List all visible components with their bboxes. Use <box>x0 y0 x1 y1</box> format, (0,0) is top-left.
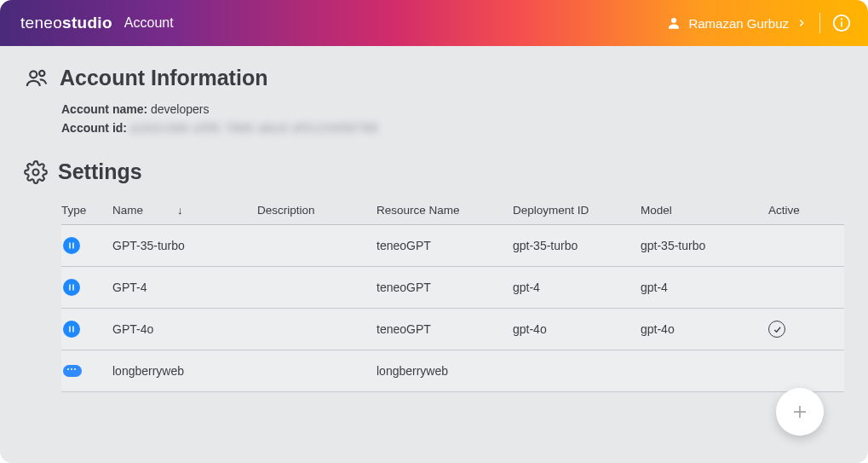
cell-resource-name: longberryweb <box>377 364 513 378</box>
openai-type-icon <box>63 279 80 296</box>
cell-type <box>61 321 112 338</box>
svg-point-5 <box>39 71 44 76</box>
content-area: Account Information Account name: develo… <box>0 46 868 392</box>
account-name-row: Account name: developers <box>61 101 844 119</box>
col-type-header[interactable]: Type <box>61 204 112 217</box>
table-row[interactable]: longberryweblongberryweb <box>61 350 844 392</box>
cell-deployment-id: gpt-4o <box>513 322 641 336</box>
cell-name: GPT-4o <box>112 322 257 336</box>
brand-bold: studio <box>62 14 112 32</box>
cell-type <box>61 279 112 296</box>
cell-model: gpt-4o <box>641 322 768 336</box>
svg-point-6 <box>33 169 39 175</box>
brand-logo: teneostudio <box>20 14 112 32</box>
cell-deployment-id: gpt-4 <box>513 281 641 294</box>
cell-resource-name: teneoGPT <box>377 322 513 336</box>
cell-model: gpt-4 <box>641 281 768 294</box>
account-id-row: Account id: a1b2c3d4 e5f6 7890 abcd ef01… <box>61 119 844 138</box>
info-button[interactable] <box>832 14 851 32</box>
cell-type <box>61 365 112 377</box>
settings-title: Settings <box>58 159 142 184</box>
app-window: teneostudio Account Ramazan Gurbuz <box>0 0 868 463</box>
col-name-header[interactable]: Name ↓ <box>112 204 257 217</box>
svg-point-4 <box>30 71 37 78</box>
col-model-header[interactable]: Model <box>641 204 768 217</box>
col-deployment-id-header[interactable]: Deployment ID <box>513 204 641 217</box>
table-row[interactable]: GPT-4teneoGPTgpt-4gpt-4 <box>61 267 844 309</box>
cell-name: GPT-4 <box>112 281 257 294</box>
cell-name: GPT-35-turbo <box>112 239 257 252</box>
account-name-label: Account name: <box>61 102 147 116</box>
settings-section: Settings Type Name ↓ Description Resourc… <box>24 159 844 392</box>
sort-descending-icon: ↓ <box>177 204 183 217</box>
users-icon <box>24 65 49 90</box>
col-active-header[interactable]: Active <box>768 204 868 217</box>
cell-name: longberryweb <box>112 364 257 378</box>
cell-type <box>61 237 112 254</box>
user-name-label: Ramazan Gurbuz <box>688 16 789 31</box>
header-section-label: Account <box>124 15 174 31</box>
settings-table: Type Name ↓ Description Resource Name De… <box>61 196 844 392</box>
cloud-type-icon <box>63 365 82 377</box>
gear-icon <box>24 160 48 184</box>
svg-point-3 <box>841 18 842 20</box>
account-info-title: Account Information <box>60 66 267 90</box>
col-name-header-label: Name <box>112 204 143 217</box>
account-info-heading: Account Information <box>24 65 844 90</box>
account-info-block: Account name: developers Account id: a1b… <box>61 101 844 137</box>
svg-point-0 <box>671 18 676 23</box>
table-row[interactable]: GPT-35-turboteneoGPTgpt-35-turbogpt-35-t… <box>61 225 844 267</box>
cell-active <box>768 321 868 338</box>
plus-icon <box>790 402 810 422</box>
account-id-label: Account id: <box>61 121 127 135</box>
user-menu[interactable]: Ramazan Gurbuz <box>666 15 808 31</box>
table-body: GPT-35-turboteneoGPTgpt-35-turbogpt-35-t… <box>61 225 844 392</box>
col-description-header[interactable]: Description <box>257 204 377 217</box>
table-header-row: Type Name ↓ Description Resource Name De… <box>61 196 844 225</box>
cell-resource-name: teneoGPT <box>377 239 513 252</box>
openai-type-icon <box>63 237 80 254</box>
active-check-icon <box>768 321 785 338</box>
app-header: teneostudio Account Ramazan Gurbuz <box>0 0 868 46</box>
header-divider <box>819 13 820 33</box>
add-button[interactable] <box>776 388 824 436</box>
col-resource-name-header[interactable]: Resource Name <box>377 204 513 217</box>
cell-model: gpt-35-turbo <box>641 239 768 252</box>
brand-thin: teneo <box>20 14 62 32</box>
info-icon <box>832 14 851 32</box>
cell-resource-name: teneoGPT <box>377 281 513 294</box>
openai-type-icon <box>63 321 80 338</box>
cell-deployment-id: gpt-35-turbo <box>513 239 641 252</box>
account-name-value: developers <box>151 102 210 116</box>
account-id-value: a1b2c3d4 e5f6 7890 abcd ef0123456789 <box>130 119 378 138</box>
table-row[interactable]: GPT-4oteneoGPTgpt-4ogpt-4o <box>61 309 844 350</box>
settings-heading: Settings <box>24 159 844 184</box>
chevron-right-icon <box>796 17 808 29</box>
user-icon <box>666 15 681 31</box>
